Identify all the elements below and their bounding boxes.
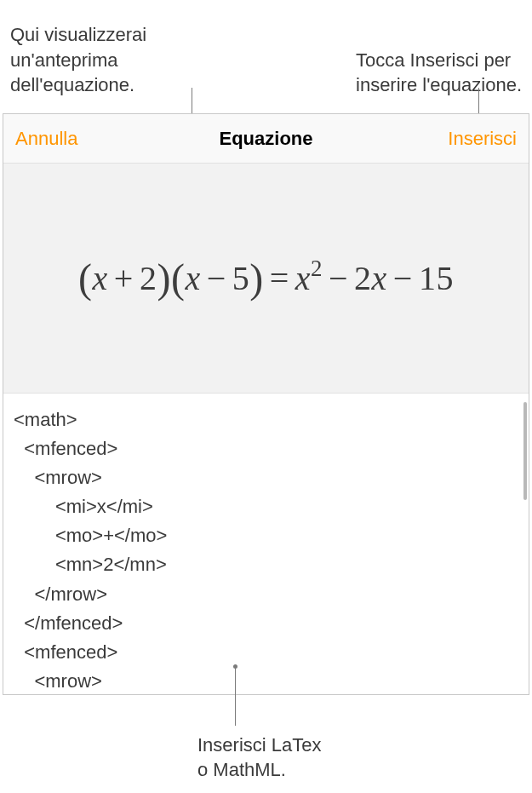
- callout-text: un'anteprima: [10, 49, 118, 71]
- callout-text: Tocca Inserisci per: [356, 49, 511, 71]
- code-line: <mo>+</mo>: [14, 525, 167, 546]
- callout-code-label: Inserisci LaTex o MathML.: [197, 733, 322, 783]
- code-line: <mi>x</mi>: [14, 496, 153, 517]
- callout-insert-label: Tocca Inserisci per inserire l'equazione…: [356, 48, 522, 98]
- rendered-equation: (x+2)(x−5)=x2−2x−15: [78, 255, 454, 302]
- code-line: <math>: [14, 409, 77, 430]
- callout-text: dell'equazione.: [10, 74, 134, 95]
- equation-code-input[interactable]: <math> <mfenced> <mrow> <mi>x</mi> <mo>+…: [3, 394, 529, 694]
- cancel-button[interactable]: Annulla: [14, 124, 79, 153]
- callout-text: Qui visualizzerai: [10, 24, 146, 45]
- code-line: <mfenced>: [14, 438, 117, 459]
- insert-button[interactable]: Inserisci: [446, 124, 518, 153]
- code-line: <mfenced>: [14, 641, 117, 663]
- callouts-bottom: Inserisci LaTex o MathML.: [197, 733, 322, 783]
- callouts-top: Qui visualizzerai un'anteprima dell'equa…: [0, 0, 532, 98]
- scrollbar-thumb[interactable]: [523, 402, 527, 500]
- toolbar: Annulla Equazione Inserisci: [3, 114, 529, 164]
- callout-preview-label: Qui visualizzerai un'anteprima dell'equa…: [10, 22, 146, 98]
- callout-text: Inserisci LaTex: [197, 734, 322, 756]
- equation-preview-area: (x+2)(x−5)=x2−2x−15: [3, 164, 529, 394]
- panel-title: Equazione: [219, 128, 312, 150]
- callout-text: o MathML.: [197, 759, 286, 780]
- code-line: <mrow>: [14, 467, 102, 488]
- code-line: </mfenced>: [14, 612, 123, 634]
- equation-editor-panel: Annulla Equazione Inserisci (x+2)(x−5)=x…: [3, 113, 529, 695]
- callout-text: inserire l'equazione.: [356, 74, 522, 95]
- code-line: <mrow>: [14, 670, 102, 692]
- code-line: <mn>2</mn>: [14, 554, 167, 575]
- code-line: </mrow>: [14, 583, 107, 605]
- callout-leader-line: [235, 666, 236, 726]
